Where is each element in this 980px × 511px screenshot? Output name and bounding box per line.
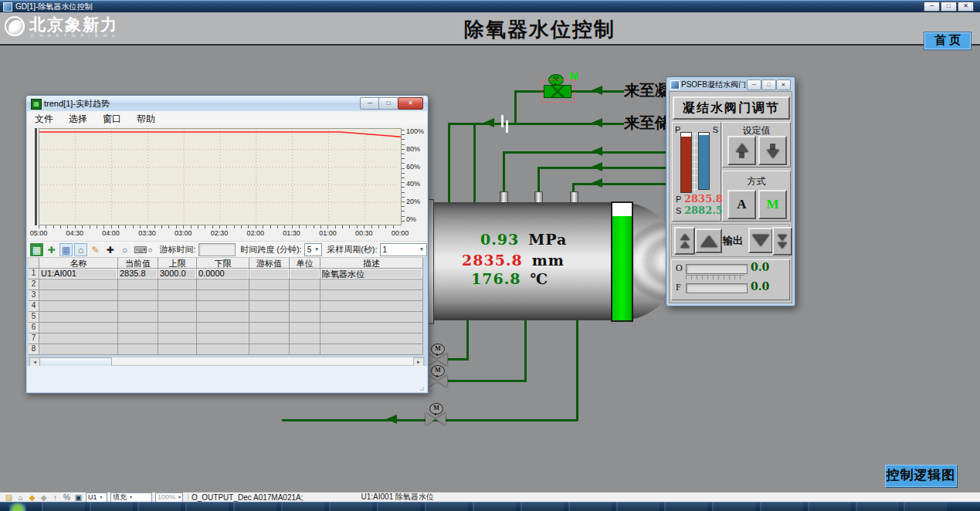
edit-pencil-icon[interactable]: ✎: [89, 243, 102, 256]
close-button[interactable]: ✕: [776, 80, 791, 90]
row-number: 1: [29, 269, 39, 279]
cursor-time-input[interactable]: [198, 243, 236, 256]
pan-move-icon[interactable]: ✚: [103, 243, 117, 256]
open-folder-icon[interactable]: ▨: [4, 493, 14, 502]
unit-select[interactable]: U1▼: [86, 492, 107, 503]
resize-grip[interactable]: ⣠: [419, 382, 425, 391]
table-cell: [197, 279, 249, 290]
zoom-icon[interactable]: ○: [118, 243, 131, 256]
maximize-button[interactable]: □: [761, 80, 776, 90]
nav-forward-icon[interactable]: ◆: [27, 493, 37, 502]
orifice-mark: [506, 120, 508, 133]
maximize-button[interactable]: □: [941, 2, 957, 12]
column-header: 当前值: [118, 258, 158, 269]
minimize-button[interactable]: ─: [747, 80, 761, 90]
outlet-valve[interactable]: [426, 413, 446, 425]
main-window-titlebar[interactable]: GD[1]-除氧器水位控制 ─ □ ✕: [0, 0, 980, 12]
table-cell: [320, 301, 423, 312]
os-taskbar[interactable]: [0, 502, 980, 511]
export-image-icon[interactable]: ▦: [30, 243, 43, 256]
output-fast-down-button[interactable]: [772, 227, 792, 255]
trend-app-icon: ▦: [31, 99, 42, 110]
chevron-down-icon: ▼: [100, 495, 103, 499]
temp-value: 176.8: [471, 270, 521, 287]
control-logic-button[interactable]: 控制逻辑图: [885, 465, 957, 487]
trend-window-title: trend[1]-实时趋势: [44, 98, 110, 110]
table-cell: [249, 269, 290, 279]
valve-dialog-titlebar[interactable]: PSOFB凝结水阀门... ─ □ ✕: [666, 77, 795, 91]
process-bar: [680, 132, 692, 193]
keyboard-icon[interactable]: ⌨: [133, 243, 146, 256]
table-cell: [118, 333, 158, 344]
setpoint-up-button[interactable]: [727, 136, 756, 165]
x-tick-label: 01:00: [316, 229, 339, 237]
home-view-icon[interactable]: ⌂: [74, 243, 87, 256]
chevron-down-icon: ▼: [416, 247, 424, 252]
trend-plot-area[interactable]: [39, 128, 402, 225]
home-icon[interactable]: ⌂: [15, 493, 25, 502]
sample-period-select[interactable]: 1▼: [380, 243, 427, 256]
table-row[interactable]: 4: [29, 301, 425, 312]
horizontal-scrollbar[interactable]: ◂ ▸: [29, 357, 425, 366]
trend-window-titlebar[interactable]: ▦ trend[1]-实时趋势 ─ □ ✕: [26, 96, 428, 111]
x-tick-label: 04:30: [63, 229, 86, 237]
table-cell: [158, 279, 197, 290]
nav-back-icon[interactable]: ◆: [39, 493, 49, 502]
row-number: 6: [29, 323, 39, 333]
add-curve-icon[interactable]: ✚: [45, 243, 58, 256]
start-button[interactable]: [9, 503, 26, 511]
table-row[interactable]: 6: [29, 323, 425, 333]
zoom-select[interactable]: 100%▼: [155, 492, 183, 503]
s-value-label: S: [676, 206, 681, 215]
arrow-up-icon: [700, 235, 717, 247]
table-row[interactable]: 1U1:AI0012835.83000.00.0000除氧器水位: [29, 269, 425, 279]
table-row[interactable]: 8: [29, 344, 425, 355]
output-slider[interactable]: [686, 264, 748, 274]
table-row[interactable]: 2: [29, 279, 425, 290]
time-span-select[interactable]: 5▼: [304, 243, 323, 256]
output-fast-up-button[interactable]: [674, 227, 695, 255]
feedback-slider[interactable]: [686, 283, 748, 293]
table-cell: [249, 290, 290, 301]
close-button[interactable]: ✕: [398, 97, 423, 110]
fill-mode-select[interactable]: 填充▼: [110, 492, 152, 503]
company-logo-icon: [5, 16, 25, 36]
p-value: 2835.8: [684, 193, 723, 205]
close-button[interactable]: ✕: [958, 2, 974, 12]
save-icon[interactable]: ▣: [73, 493, 83, 502]
drain-valve-2[interactable]: [427, 375, 447, 387]
table-cell: 3000.0: [158, 269, 197, 279]
pipe: [524, 320, 527, 381]
grid-view-icon[interactable]: ▦: [59, 243, 73, 256]
table-cell: 2835.8: [118, 269, 158, 279]
column-header: 上限: [158, 258, 197, 269]
percent-icon[interactable]: %: [62, 493, 72, 502]
arrow-down-icon: [767, 150, 779, 158]
trend-chart-zone: 100%80%60%40%20%0% 05:0004:3004:0003:300…: [27, 125, 427, 241]
output-up-button[interactable]: [695, 228, 722, 253]
corner-cell: [29, 258, 39, 269]
feedback-value: 0.0: [751, 280, 769, 293]
arrow-up-icon: [736, 144, 748, 152]
output-down-button[interactable]: [748, 228, 773, 253]
home-page-button[interactable]: 首 页: [924, 32, 972, 50]
maximize-button[interactable]: □: [378, 97, 398, 110]
gauge-scale-line: [694, 132, 695, 192]
mode-manual-button[interactable]: M: [758, 190, 787, 219]
setpoint-down-button[interactable]: [758, 136, 787, 165]
drain-valve-1[interactable]: [427, 354, 447, 366]
mode-auto-button[interactable]: A: [727, 190, 756, 219]
table-row[interactable]: 5: [29, 312, 425, 323]
table-cell: [290, 279, 320, 290]
minimize-button[interactable]: ─: [924, 2, 940, 12]
up-level-icon[interactable]: ↑: [50, 493, 60, 502]
pipe: [503, 153, 505, 193]
row-number: 3: [29, 290, 39, 301]
table-cell: [197, 344, 249, 355]
table-row[interactable]: 7: [29, 333, 425, 344]
table-cell: [118, 290, 158, 301]
minimize-button[interactable]: ─: [360, 97, 380, 110]
output-feedback-panel: O 0.0 F 0.0: [671, 259, 790, 300]
taskbar-buttons[interactable]: [42, 503, 949, 511]
table-row[interactable]: 3: [29, 290, 425, 301]
